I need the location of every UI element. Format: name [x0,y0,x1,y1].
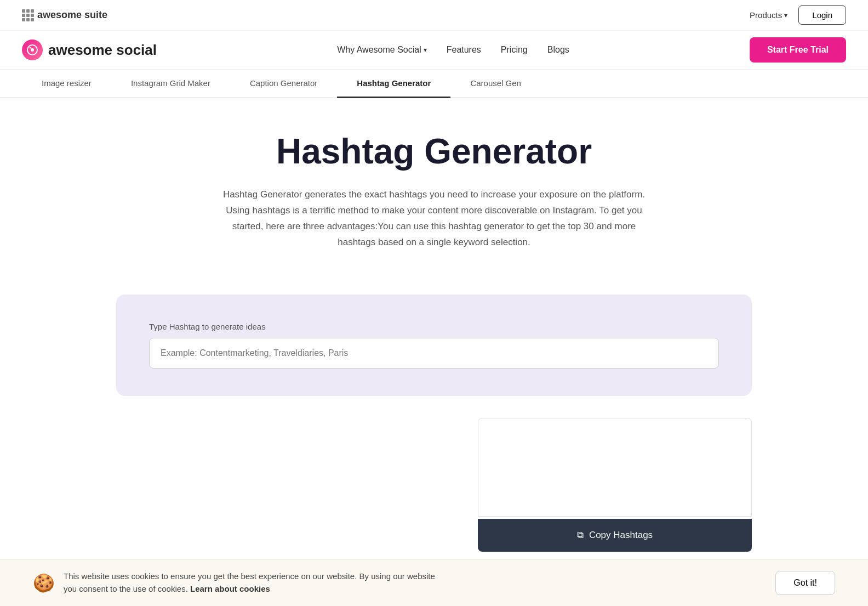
cookie-icon: 🍪 [33,573,55,593]
login-button[interactable]: Login [798,5,846,25]
hashtag-output[interactable] [478,418,752,517]
tab-caption-generator[interactable]: Caption Generator [230,70,337,98]
copy-hashtags-label: Copy Hashtags [589,530,653,541]
main-nav: awesome social Why Awesome Social Featur… [0,31,868,70]
top-bar-actions: Products Login [750,5,846,25]
got-it-button[interactable]: Got it! [775,571,835,595]
generator-box: Type Hashtag to generate ideas [116,294,752,396]
copy-icon: ⧉ [577,530,584,541]
tab-image-resizer[interactable]: Image resizer [22,70,111,98]
hashtag-input[interactable] [149,338,719,369]
grid-icon [22,9,34,21]
cookie-text: This website uses cookies to ensure you … [64,570,447,595]
svg-point-1 [31,48,34,52]
nav-links: Why Awesome Social Features Pricing Blog… [337,45,569,55]
start-free-trial-button[interactable]: Start Free Trial [750,37,846,63]
copy-hashtags-button[interactable]: ⧉ Copy Hashtags [478,519,752,552]
cookie-left: 🍪 This website uses cookies to ensure yo… [33,570,447,595]
top-bar: awesome suite Products Login [0,0,868,31]
nav-features[interactable]: Features [447,45,481,55]
tab-instagram-grid[interactable]: Instagram Grid Maker [111,70,230,98]
hero-section: Hashtag Generator Hashtag Generator gene… [0,98,868,273]
tool-tabs: Image resizer Instagram Grid Maker Capti… [0,70,868,98]
brand: awesome social [22,39,157,60]
brand-name: awesome social [48,42,157,59]
suite-brand: awesome suite [22,9,107,21]
cookie-banner: 🍪 This website uses cookies to ensure yo… [0,559,868,606]
products-dropdown[interactable]: Products [750,10,787,20]
output-section: ⧉ Copy Hashtags [116,418,752,552]
tab-carousel-generator[interactable]: Carousel Gen [450,70,541,98]
nav-blogs[interactable]: Blogs [547,45,569,55]
nav-pricing[interactable]: Pricing [501,45,528,55]
suite-name: awesome suite [37,9,107,21]
hero-description: Hashtag Generator generates the exact ha… [220,187,648,251]
svg-point-2 [30,47,31,49]
output-box-wrapper: ⧉ Copy Hashtags [478,418,752,552]
page-title: Hashtag Generator [22,131,846,172]
tab-hashtag-generator[interactable]: Hashtag Generator [337,70,450,98]
brand-logo [22,39,43,60]
learn-about-cookies-link[interactable]: Learn about cookies [190,584,270,593]
nav-why-awesome-social[interactable]: Why Awesome Social [337,45,427,55]
input-label: Type Hashtag to generate ideas [149,322,719,331]
